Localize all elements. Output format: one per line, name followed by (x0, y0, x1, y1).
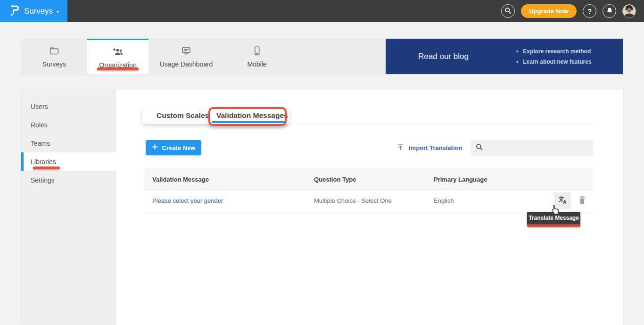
upgrade-now-button[interactable]: Upgrade Now (521, 4, 577, 18)
plus-icon (152, 144, 158, 151)
annotation-underline-libraries (33, 167, 60, 169)
search-icon (504, 7, 512, 16)
sidebar-item-teams[interactable]: Teams (21, 134, 116, 152)
content-area: Custom Scales Validation Messages Create… (116, 90, 623, 325)
column-header-primary-language: Primary Language (434, 176, 593, 183)
blog-bullet-item: Explore research method (516, 48, 592, 55)
questionpro-logo-icon (8, 4, 20, 19)
nav-tab-label: Usage Dashboard (160, 60, 213, 68)
nav-tab-organization[interactable]: Organization (87, 39, 149, 74)
question-type-cell: Multiple Choice - Select One (314, 197, 434, 204)
group-add-icon (111, 46, 124, 58)
table-row: Please select your gender Multiple Choic… (145, 190, 593, 212)
primary-language-value: English (434, 197, 454, 204)
top-bar: Surveys ▾ Upgrade Now ? (0, 0, 644, 22)
blog-bullet-item: Learn about new features (516, 58, 592, 65)
blog-title: Read our blog (386, 52, 501, 61)
delete-message-button[interactable] (578, 195, 586, 206)
upload-icon (396, 142, 405, 153)
import-translation-link[interactable]: Import Translation (396, 140, 462, 155)
sidebar-item-roles[interactable]: Roles (21, 116, 116, 134)
table-search-box (471, 140, 593, 156)
blog-banner[interactable]: Read our blog Explore research method Le… (386, 39, 623, 74)
search-button[interactable] (501, 4, 515, 18)
question-mark-icon: ? (587, 7, 592, 15)
help-button[interactable]: ? (583, 4, 596, 18)
smartphone-icon (251, 45, 263, 57)
module-nav: Surveys Organization (21, 39, 623, 74)
active-tab-indicator (212, 121, 286, 123)
annotation-underline-tooltip (527, 224, 580, 227)
topbar-actions: Upgrade Now ? (501, 4, 644, 18)
nav-tab-usage-dashboard[interactable]: Usage Dashboard (149, 39, 224, 74)
create-new-label: Create New (162, 144, 196, 151)
hand-cursor-icon (550, 204, 560, 217)
annotation-underline-organization (97, 67, 139, 70)
product-switcher-label: Surveys (24, 7, 53, 16)
notifications-button[interactable] (603, 4, 616, 18)
search-icon (476, 143, 483, 153)
product-switcher[interactable]: Surveys ▾ (0, 0, 67, 22)
sidebar-item-libraries[interactable]: Libraries (21, 152, 116, 171)
primary-language-cell: English A (434, 192, 593, 209)
trash-icon (578, 195, 586, 206)
tabs-divider (145, 124, 593, 124)
sidebar: Users Roles Teams Libraries Settings (21, 90, 116, 325)
nav-tab-surveys[interactable]: Surveys (21, 39, 87, 74)
dashboard-board-icon (180, 45, 192, 57)
chevron-down-icon: ▾ (57, 9, 59, 14)
folder-icon (48, 45, 60, 57)
validation-messages-table: Validation Message Question Type Primary… (145, 169, 593, 212)
column-header-question-type: Question Type (314, 176, 434, 183)
svg-text:A: A (563, 200, 566, 205)
import-translation-label: Import Translation (409, 144, 462, 151)
sidebar-item-settings[interactable]: Settings (21, 171, 116, 189)
tab-custom-scales[interactable]: Custom Scales (157, 111, 209, 120)
nav-tab-label: Surveys (42, 60, 66, 68)
user-avatar[interactable] (622, 4, 636, 18)
nav-tab-label: Mobile (247, 60, 266, 68)
create-new-button[interactable]: Create New (146, 140, 201, 155)
blog-bullet-list: Explore research method Learn about new … (516, 48, 592, 65)
validation-message-link[interactable]: Please select your gender (152, 197, 314, 204)
nav-tab-mobile[interactable]: Mobile (224, 39, 290, 74)
bell-icon (606, 7, 613, 16)
search-input[interactable] (487, 140, 593, 156)
main-panel: Users Roles Teams Libraries Settings Cus… (21, 90, 623, 325)
sidebar-item-users[interactable]: Users (21, 97, 116, 116)
table-header-row: Validation Message Question Type Primary… (145, 169, 593, 190)
tab-validation-messages[interactable]: Validation Messages (216, 111, 288, 120)
column-header-validation-message: Validation Message (152, 176, 314, 183)
